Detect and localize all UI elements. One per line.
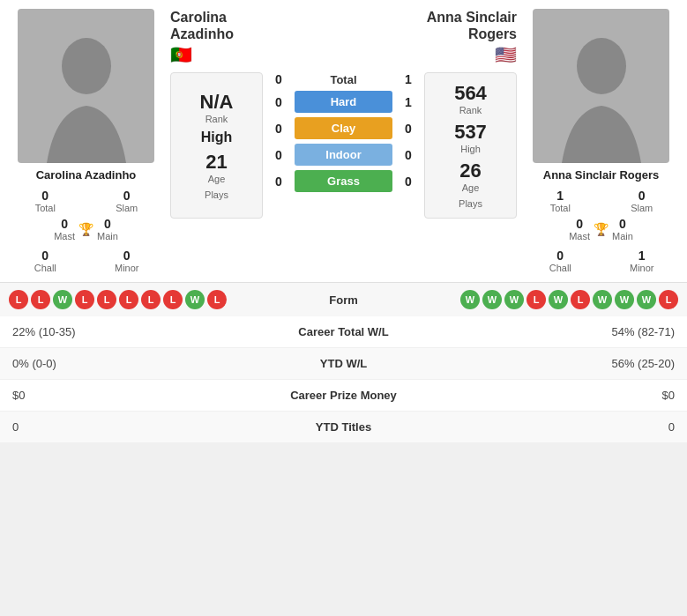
left-player-name: Carolina Azadinho (36, 168, 137, 182)
right-bottom-stats: 0 Chall 1 Minor (524, 249, 678, 273)
stats-center-label: Career Prize Money (256, 389, 432, 402)
surfaces-block: 0 Total 1 0 Hard 1 0 Clay 0 (268, 72, 419, 219)
right-chall-value: 0 (556, 249, 564, 263)
left-player-photo (18, 9, 154, 163)
stats-center-label: YTD Titles (256, 420, 432, 434)
right-main-label: Main (612, 231, 633, 241)
left-main-value: 0 (104, 217, 111, 231)
left-player-card: Carolina Azadinho 0 Total 0 Slam 0 Mast … (9, 9, 163, 273)
svg-point-1 (577, 38, 626, 94)
right-form-pill: L (571, 290, 590, 309)
left-main-label: Main (97, 231, 118, 241)
right-age-value: 26 (459, 160, 481, 182)
stats-left-value: 0% (0-0) (12, 357, 256, 370)
right-player-name: Anna Sinclair Rogers (543, 168, 659, 182)
grass-line: 0 Grass 0 (268, 170, 419, 192)
right-mast-value: 0 (576, 217, 583, 231)
clay-right: 0 (398, 122, 419, 136)
right-total-label: Total (550, 203, 571, 213)
stats-left-value: $0 (12, 389, 256, 402)
right-name-flag: Anna Sinclair Rogers 🇺🇸 (427, 9, 517, 65)
right-player-card: Anna Sinclair Rogers 1 Total 0 Slam 0 Ma… (524, 9, 678, 273)
stats-right-value: 0 (432, 420, 676, 434)
left-mast-stat: 0 Mast (54, 217, 75, 241)
right-mast-label: Mast (569, 231, 590, 241)
grass-left: 0 (268, 174, 289, 189)
right-title: Anna Sinclair Rogers (427, 9, 517, 42)
stats-left-value: 22% (10-35) (12, 325, 256, 338)
right-high-label: High (454, 144, 487, 154)
hard-button[interactable]: Hard (295, 91, 392, 113)
right-flag: 🇺🇸 (495, 44, 517, 65)
left-name-flag: Carolina Azadinho 🇵🇹 (170, 9, 234, 65)
stats-left-value: 0 (12, 420, 256, 434)
left-minor-stat: 0 Minor (91, 249, 164, 273)
right-main-stat: 0 Main (612, 217, 633, 241)
right-trophy-row: 0 Mast 🏆 0 Main (569, 217, 633, 241)
left-high-value: High (201, 130, 233, 145)
right-chall-label: Chall (549, 263, 571, 273)
right-mast-stat: 0 Mast (569, 217, 590, 241)
right-form-pill: L (526, 290, 546, 309)
left-form-pill: L (119, 290, 138, 309)
svg-point-0 (62, 38, 111, 94)
stats-center-label: Career Total W/L (256, 325, 432, 338)
hard-line: 0 Hard 1 (268, 91, 419, 113)
indoor-left: 0 (268, 148, 289, 162)
right-rank-value: 564 (454, 82, 487, 105)
clay-left: 0 (268, 122, 289, 136)
stats-right-value: 54% (82-71) (432, 325, 676, 338)
right-total-stat: 1 Total (524, 189, 597, 213)
right-minor-label: Minor (630, 263, 654, 273)
left-minor-value: 0 (123, 249, 131, 263)
top-section: Carolina Azadinho 0 Total 0 Slam 0 Mast … (0, 0, 687, 282)
left-bottom-stats: 0 Chall 0 Minor (9, 249, 163, 273)
stats-right-value: 56% (25-20) (432, 357, 676, 370)
center-block: Carolina Azadinho 🇵🇹 Anna Sinclair Roger… (170, 9, 517, 273)
grass-button[interactable]: Grass (295, 170, 392, 192)
right-form-pill: W (637, 290, 656, 309)
hard-right: 1 (398, 95, 419, 109)
clay-button[interactable]: Clay (295, 117, 392, 139)
left-chall-value: 0 (41, 249, 49, 263)
left-chall-label: Chall (34, 263, 56, 273)
left-title: Carolina Azadinho (170, 9, 234, 42)
right-form-pill: W (549, 290, 568, 309)
stats-row: $0Career Prize Money$0 (0, 380, 687, 412)
left-minor-label: Minor (115, 263, 139, 273)
right-form-pill: W (504, 290, 524, 309)
left-form-pill: W (53, 290, 72, 309)
stats-row: 0% (0-0)YTD W/L56% (25-20) (0, 348, 687, 380)
left-form-pill: L (97, 290, 116, 309)
left-trophy-icon: 🏆 (78, 222, 93, 236)
left-form-pill: L (163, 290, 183, 309)
right-slam-value: 0 (638, 189, 646, 203)
left-age-value: 21 (205, 151, 227, 174)
right-info-box: 564 Rank 537 High 26 Age Plays (424, 72, 517, 219)
clay-line: 0 Clay 0 (268, 117, 419, 139)
left-main-stat: 0 Main (97, 217, 118, 241)
center-info-row: N/A Rank High 21 Age Plays (170, 72, 517, 219)
left-player-stats: 0 Total 0 Slam (9, 189, 163, 213)
right-high-value: 537 (454, 121, 487, 144)
stats-rows: 22% (10-35)Career Total W/L54% (82-71)0%… (0, 316, 687, 443)
grass-right: 0 (398, 174, 419, 189)
right-total-value: 1 (556, 189, 564, 203)
left-slam-stat: 0 Slam (91, 189, 164, 213)
right-player-stats: 1 Total 0 Slam (524, 189, 678, 213)
indoor-button[interactable]: Indoor (295, 144, 392, 166)
left-form-pill: L (75, 290, 94, 309)
left-total-stat: 0 Total (9, 189, 82, 213)
right-minor-value: 1 (638, 249, 646, 263)
left-mast-value: 0 (61, 217, 68, 231)
left-info-box: N/A Rank High 21 Age Plays (170, 72, 263, 219)
right-slam-stat: 0 Slam (606, 189, 679, 213)
left-total-label: Total (35, 203, 56, 213)
total-line: 0 Total 1 (268, 72, 419, 86)
left-plays-label: Plays (205, 189, 228, 200)
right-form-pill: W (593, 290, 612, 309)
left-chall-stat: 0 Chall (9, 249, 82, 273)
right-form-pill: W (460, 290, 480, 309)
stats-center-label: YTD W/L (256, 357, 432, 370)
stats-row: 22% (10-35)Career Total W/L54% (82-71) (0, 316, 687, 348)
